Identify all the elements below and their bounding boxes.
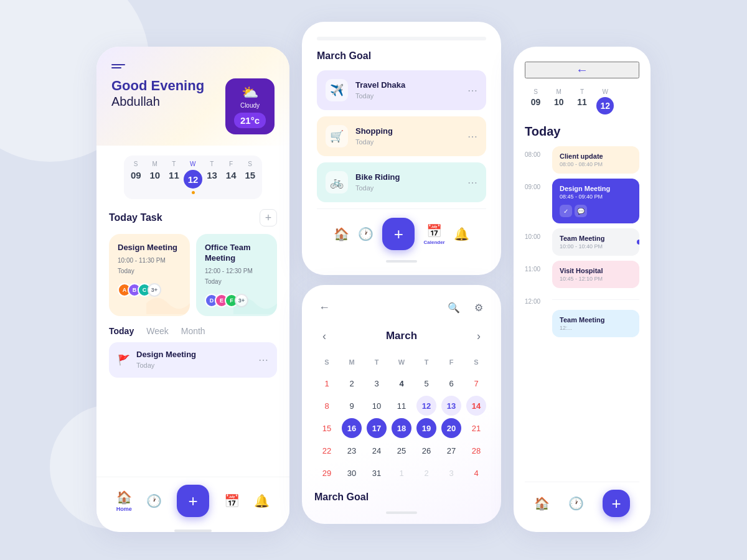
cal-day-15[interactable]: 15 xyxy=(317,418,337,438)
nav-home-label: Home xyxy=(116,506,132,512)
cal-day-29[interactable]: 29 xyxy=(317,463,337,483)
goal-travel[interactable]: ✈️ Travel Dhaka Today ⋯ xyxy=(317,70,486,110)
task-date-1: Today xyxy=(118,268,181,274)
cal-day-13[interactable]: 13 xyxy=(441,396,461,416)
week-day-sat[interactable]: S 15 xyxy=(240,161,260,194)
cal-day-28[interactable]: 28 xyxy=(466,441,486,460)
shopping-subtitle: Today xyxy=(355,138,374,146)
cal-day-23[interactable]: 23 xyxy=(342,441,362,460)
cal-day-30[interactable]: 30 xyxy=(342,463,362,483)
event-title: Design Meeting xyxy=(136,350,252,359)
sch-nav-clock[interactable]: 🕐 xyxy=(568,496,584,511)
cal-day-10[interactable]: 10 xyxy=(367,396,387,416)
cal-day-next-2[interactable]: 2 xyxy=(416,463,436,483)
cal-day-22[interactable]: 22 xyxy=(317,441,337,460)
week-day-fri[interactable]: F 14 xyxy=(222,161,241,194)
goals-clock-icon: 🕐 xyxy=(358,226,374,241)
task-card-office-meeting[interactable]: Office Team Meeting 12:00 - 12:30 PM Tod… xyxy=(196,234,277,316)
task-card-design-meeting[interactable]: Design Meeting 10:00 - 11:30 PM Today A … xyxy=(109,234,190,316)
cal-day-17[interactable]: 17 xyxy=(367,418,387,438)
nav-bell[interactable]: 🔔 xyxy=(254,493,270,508)
cal-prev-month[interactable]: ‹ xyxy=(314,326,334,346)
cal-day-9[interactable]: 9 xyxy=(342,396,362,416)
sch-event-design-meeting[interactable]: Design Meeting 08:45 - 09:40 PM ✓ 💬 xyxy=(552,179,639,223)
goals-nav-home[interactable]: 🏠 xyxy=(334,226,349,241)
goal-biking[interactable]: 🚲 Bike Riding Today ⋯ xyxy=(317,162,486,202)
sch-event-team-meeting[interactable]: Team Meeting 10:00 - 10:40 PM xyxy=(552,228,639,256)
sch-time-0800: 08:00 xyxy=(525,146,547,158)
cal-day-19[interactable]: 19 xyxy=(416,418,436,438)
event-options-icon[interactable]: ⋯ xyxy=(258,354,268,366)
cal-day-14[interactable]: 14 xyxy=(466,396,486,416)
schedule-back-button[interactable]: ← xyxy=(525,62,639,78)
cal-day-next-4[interactable]: 4 xyxy=(466,463,486,483)
sch-event-hospital[interactable]: Visit Hospital 10:45 - 12:10 PM xyxy=(552,261,639,288)
week-day-tue[interactable]: T 11 xyxy=(164,161,184,194)
week-day-thu[interactable]: T 13 xyxy=(202,161,222,194)
goals-nav-cal[interactable]: 📅 Calender xyxy=(423,223,444,245)
nav-home[interactable]: 🏠 Home xyxy=(116,490,132,512)
cal-back-row: ← 🔍 ⚙ xyxy=(314,297,489,317)
screen-schedule: ← S 09 M 10 T 11 W 12 Today 08: xyxy=(514,47,651,532)
cal-day-11[interactable]: 11 xyxy=(392,396,411,416)
shopping-options-icon[interactable]: ⋯ xyxy=(467,131,477,142)
cal-day-21[interactable]: 21 xyxy=(466,418,486,438)
cal-day-24[interactable]: 24 xyxy=(367,441,387,460)
nav-add-button[interactable]: + xyxy=(177,485,209,517)
cal-next-month[interactable]: › xyxy=(469,326,489,346)
cal-filter-button[interactable]: ⚙ xyxy=(469,297,489,317)
cal-day-26[interactable]: 26 xyxy=(416,441,436,460)
goals-nav-bell[interactable]: 🔔 xyxy=(454,226,469,241)
tab-today[interactable]: Today xyxy=(109,326,134,336)
team-meeting-wrapper: Team Meeting 10:00 - 10:40 PM xyxy=(552,228,639,256)
cal-day-20[interactable]: 20 xyxy=(441,418,461,438)
mini-day-wed[interactable]: W 12 xyxy=(594,88,616,114)
cal-day-4[interactable]: 4 xyxy=(392,373,411,393)
cal-day-5[interactable]: 5 xyxy=(416,373,436,393)
sch-event-client-update[interactable]: Client update 08:00 - 08:40 PM xyxy=(552,146,639,174)
add-task-button[interactable]: + xyxy=(260,209,277,226)
cal-day-2[interactable]: 2 xyxy=(342,373,362,393)
goals-nav-clock[interactable]: 🕐 xyxy=(358,226,374,241)
cal-day-next-1[interactable]: 1 xyxy=(392,463,411,483)
biking-options-icon[interactable]: ⋯ xyxy=(467,177,477,189)
cal-day-31[interactable]: 31 xyxy=(367,463,387,483)
mini-day-mon[interactable]: M 10 xyxy=(548,88,570,114)
cal-search-button[interactable]: 🔍 xyxy=(444,297,464,317)
event-item-design[interactable]: 🚩 Design Meeting Today ⋯ xyxy=(109,342,277,378)
tabs-row: Today Week Month xyxy=(109,326,277,336)
cal-day-27[interactable]: 27 xyxy=(441,441,461,460)
nav-calendar[interactable]: 📅 xyxy=(224,493,240,508)
cal-back-button[interactable]: ← xyxy=(314,297,334,317)
menu-icon[interactable] xyxy=(111,64,275,68)
cal-day-8[interactable]: 8 xyxy=(317,396,337,416)
cal-day-6[interactable]: 6 xyxy=(441,373,461,393)
sch-home-icon: 🏠 xyxy=(534,496,550,511)
tab-week[interactable]: Week xyxy=(146,326,169,336)
sch-nav-add[interactable]: + xyxy=(603,490,630,517)
mini-day-tue[interactable]: T 11 xyxy=(571,88,593,114)
travel-options-icon[interactable]: ⋯ xyxy=(467,85,477,96)
task-title-2: Office Team Meeting xyxy=(205,243,268,264)
week-day-sun[interactable]: S 09 xyxy=(126,161,146,194)
week-day-mon[interactable]: M 10 xyxy=(146,161,165,194)
nav-clock[interactable]: 🕐 xyxy=(146,493,162,508)
week-day-wed-active[interactable]: W 12 xyxy=(184,161,203,194)
cal-day-next-3[interactable]: 3 xyxy=(441,463,461,483)
goals-nav-add[interactable]: + xyxy=(382,218,415,250)
cal-day-7[interactable]: 7 xyxy=(466,373,486,393)
cal-day-18[interactable]: 18 xyxy=(392,418,411,438)
cal-march-goal: March Goal xyxy=(314,492,489,503)
cal-day-25[interactable]: 25 xyxy=(392,441,411,460)
cal-day-3[interactable]: 3 xyxy=(367,373,387,393)
sch-nav-home[interactable]: 🏠 xyxy=(534,496,550,511)
cal-day-1[interactable]: 1 xyxy=(317,373,337,393)
sch-event-team2[interactable]: Team Meeting 12:... xyxy=(552,310,639,337)
weather-icon: ⛅ xyxy=(242,85,258,101)
tab-month[interactable]: Month xyxy=(181,326,205,336)
cal-day-16[interactable]: 16 xyxy=(342,418,362,438)
cal-day-12[interactable]: 12 xyxy=(416,396,436,416)
hospital-time: 10:45 - 12:10 PM xyxy=(560,276,632,282)
mini-day-sun[interactable]: S 09 xyxy=(525,88,547,114)
goal-shopping[interactable]: 🛒 Shopping Today ⋯ xyxy=(317,116,486,156)
